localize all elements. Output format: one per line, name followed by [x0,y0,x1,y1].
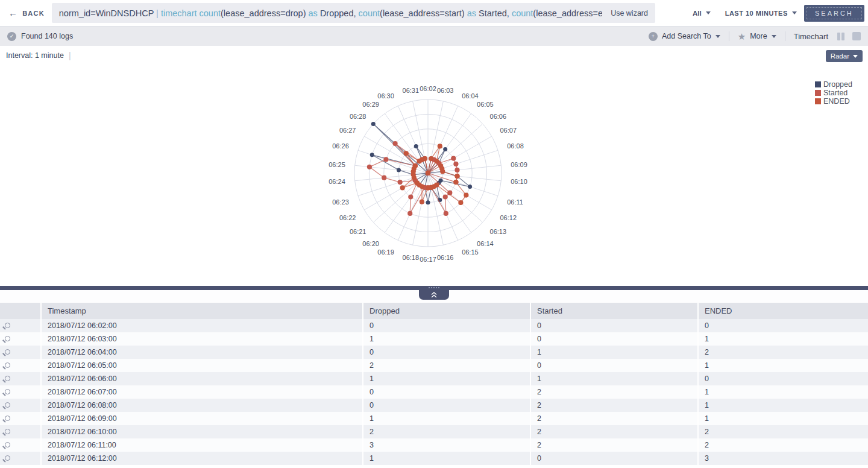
radar-axis-label: 06:19 [377,248,394,256]
magnifier-row-icon[interactable] [5,336,10,341]
add-search-to-dropdown[interactable]: + Add Search To [649,32,720,41]
table-cell: 1 [363,372,530,385]
radar-data-point[interactable] [404,151,409,156]
legend-label: ENDED [823,97,850,106]
table-cell: 2 [363,425,530,438]
table-cell: 2018/07/12 06:09:00 [41,412,363,425]
radar-data-point[interactable] [444,211,448,216]
table-cell: 2 [698,438,868,452]
radar-data-point[interactable] [426,200,430,204]
table-header-cell[interactable]: Timestamp [41,303,363,319]
table-row: 2018/07/12 06:04:00012 [0,346,868,359]
radar-data-point[interactable] [367,165,372,169]
drag-handle-dots-icon [429,287,439,288]
radar-data-point[interactable] [397,168,401,172]
radar-data-point[interactable] [443,194,448,199]
table-cell: 2018/07/12 06:08:00 [41,399,363,412]
column-chart-icon[interactable] [837,33,844,40]
table-cell: 0 [363,346,530,359]
radar-data-point[interactable] [407,211,412,216]
radar-data-point[interactable] [453,162,458,166]
radar-data-point[interactable] [468,185,472,189]
magnifier-row-icon[interactable] [5,429,10,434]
magnifier-row-icon[interactable] [5,389,10,394]
radar-data-point[interactable] [400,185,405,190]
table-cell: 2018/07/12 06:12:00 [41,452,363,465]
radar-data-point[interactable] [434,159,439,163]
table-cell: 2018/07/12 06:10:00 [41,425,363,438]
magnifier-row-icon[interactable] [5,349,10,355]
collapse-strip [0,290,868,303]
search-query-input[interactable]: norm_id=WinDNSDHCP | timechart count(lea… [52,3,655,23]
use-wizard-link[interactable]: Use wizard [602,9,648,17]
table-header-cell[interactable]: ENDED [698,303,868,319]
back-button[interactable]: ← BACK [8,8,45,17]
chevron-down-icon [715,35,720,38]
table-row: 2018/07/12 06:07:00021 [0,385,868,399]
legend-item[interactable]: ENDED [815,97,852,106]
magnifier-row-icon[interactable] [5,402,10,408]
table-cell: 1 [698,332,868,346]
radar-data-point[interactable] [382,176,386,180]
table-cell: 0 [363,385,530,399]
radar-data-point[interactable] [413,163,418,168]
time-range-label: LAST 10 MINUTES [725,10,788,17]
row-icon-cell [0,412,41,425]
time-range-dropdown[interactable]: LAST 10 MINUTES [725,10,797,17]
legend-item[interactable]: Started [815,89,852,97]
row-icon-cell [0,359,41,372]
radar-data-point[interactable] [398,180,403,185]
more-dropdown[interactable]: ★ More [738,32,776,41]
radar-data-point[interactable] [426,171,430,176]
radar-data-point[interactable] [429,156,433,161]
row-icon-cell [0,438,41,452]
magnifier-row-icon[interactable] [5,362,10,368]
radar-axis-label: 06:29 [362,101,379,108]
radar-data-point[interactable] [414,144,418,148]
magnifier-row-icon[interactable] [5,323,10,328]
radar-data-point[interactable] [453,180,458,185]
table-cell: 2018/07/12 06:02:00 [41,319,363,332]
table-header-cell[interactable]: Started [530,303,698,319]
radar-data-point[interactable] [415,180,420,185]
radar-data-point[interactable] [393,141,398,146]
magnifier-row-icon[interactable] [5,442,10,447]
magnifier-row-icon[interactable] [5,376,10,381]
table-row: 2018/07/12 06:06:00110 [0,372,868,385]
legend-item[interactable]: Dropped [815,80,852,89]
row-icon-cell [0,385,41,399]
query-segment: (lease_address=en [533,8,602,18]
radar-data-point[interactable] [408,194,413,199]
radar-data-point[interactable] [464,193,468,198]
radar-data-point[interactable] [440,169,445,174]
repo-scope-dropdown[interactable]: All [693,10,711,17]
radar-axis-label: 06:15 [462,248,479,256]
radar-data-point[interactable] [443,147,447,151]
chart-panel: Interval: 1 minute | Radar 06:0206:0306:… [0,46,868,286]
row-icon-cell [0,346,41,359]
radar-data-point[interactable] [383,157,388,162]
magnifier-row-icon[interactable] [5,455,10,461]
radar-data-point[interactable] [454,168,459,172]
timechart-result-table: TimestampDroppedStartedENDED 2018/07/12 … [0,303,868,465]
table-header-cell[interactable]: Dropped [363,303,530,319]
radar-data-point[interactable] [423,156,427,161]
grid-view-icon[interactable] [852,32,861,40]
radar-data-point[interactable] [454,174,459,179]
radar-data-point[interactable] [426,185,430,190]
table-cell: 1 [530,372,698,385]
radar-data-point[interactable] [438,144,442,148]
radar-chart-canvas[interactable]: 06:0206:0306:0406:0506:0606:0706:0806:09… [0,46,868,286]
search-button[interactable]: SEARCH [804,5,864,22]
star-icon: ★ [738,32,746,41]
plus-circle-icon: + [649,32,658,41]
radar-data-point[interactable] [371,122,376,126]
magnifier-row-icon[interactable] [5,416,10,421]
collapse-table-button[interactable] [419,290,449,300]
radar-data-point[interactable] [451,156,456,161]
radar-data-point[interactable] [420,200,424,204]
radar-data-point[interactable] [370,153,374,157]
radar-data-point[interactable] [458,200,463,205]
radar-axis-label: 06:23 [332,198,349,206]
table-cell: 2018/07/12 06:11:00 [41,438,363,452]
